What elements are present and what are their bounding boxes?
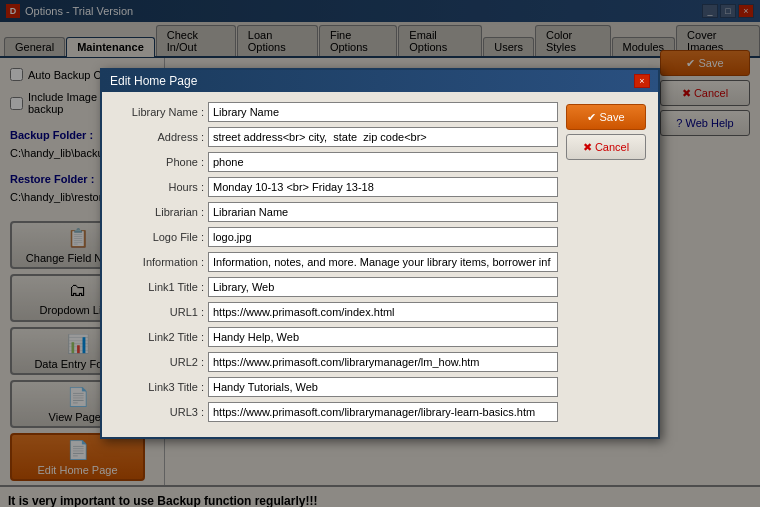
form-row-logo: Logo File : xyxy=(114,227,558,247)
input-link1-title[interactable] xyxy=(208,277,558,297)
modal-save-button[interactable]: ✔ Save xyxy=(566,104,646,130)
input-library-name[interactable] xyxy=(208,102,558,122)
form-row-address: Address : xyxy=(114,127,558,147)
form-row-library-name: Library Name : xyxy=(114,102,558,122)
input-link3-title[interactable] xyxy=(208,377,558,397)
form-row-url1: URL1 : xyxy=(114,302,558,322)
input-link2-title[interactable] xyxy=(208,327,558,347)
modal-overlay: Edit Home Page × Library Name : Address … xyxy=(0,0,760,507)
label-url1: URL1 : xyxy=(114,306,204,318)
form-row-phone: Phone : xyxy=(114,152,558,172)
label-information: Information : xyxy=(114,256,204,268)
input-url1[interactable] xyxy=(208,302,558,322)
modal-title: Edit Home Page xyxy=(110,74,197,88)
modal-body: Library Name : Address : Phone : Hours : xyxy=(102,92,658,437)
label-link1-title: Link1 Title : xyxy=(114,281,204,293)
input-logo[interactable] xyxy=(208,227,558,247)
label-url2: URL2 : xyxy=(114,356,204,368)
modal-cancel-button[interactable]: ✖ Cancel xyxy=(566,134,646,160)
label-phone: Phone : xyxy=(114,156,204,168)
label-address: Address : xyxy=(114,131,204,143)
input-phone[interactable] xyxy=(208,152,558,172)
label-hours: Hours : xyxy=(114,181,204,193)
modal-close-button[interactable]: × xyxy=(634,74,650,88)
label-logo: Logo File : xyxy=(114,231,204,243)
modal-title-bar: Edit Home Page × xyxy=(102,70,658,92)
modal-form: Library Name : Address : Phone : Hours : xyxy=(114,102,558,427)
form-row-librarian: Librarian : xyxy=(114,202,558,222)
label-url3: URL3 : xyxy=(114,406,204,418)
form-row-link1-title: Link1 Title : xyxy=(114,277,558,297)
form-row-link2-title: Link2 Title : xyxy=(114,327,558,347)
label-librarian: Librarian : xyxy=(114,206,204,218)
form-row-hours: Hours : xyxy=(114,177,558,197)
form-row-link3-title: Link3 Title : xyxy=(114,377,558,397)
input-librarian[interactable] xyxy=(208,202,558,222)
modal-dialog: Edit Home Page × Library Name : Address … xyxy=(100,68,660,439)
input-information[interactable] xyxy=(208,252,558,272)
input-url2[interactable] xyxy=(208,352,558,372)
input-url3[interactable] xyxy=(208,402,558,422)
form-row-information: Information : xyxy=(114,252,558,272)
input-hours[interactable] xyxy=(208,177,558,197)
form-row-url2: URL2 : xyxy=(114,352,558,372)
form-row-url3: URL3 : xyxy=(114,402,558,422)
input-address[interactable] xyxy=(208,127,558,147)
label-link2-title: Link2 Title : xyxy=(114,331,204,343)
label-link3-title: Link3 Title : xyxy=(114,381,204,393)
modal-action-buttons: ✔ Save ✖ Cancel xyxy=(566,102,646,427)
label-library-name: Library Name : xyxy=(114,106,204,118)
